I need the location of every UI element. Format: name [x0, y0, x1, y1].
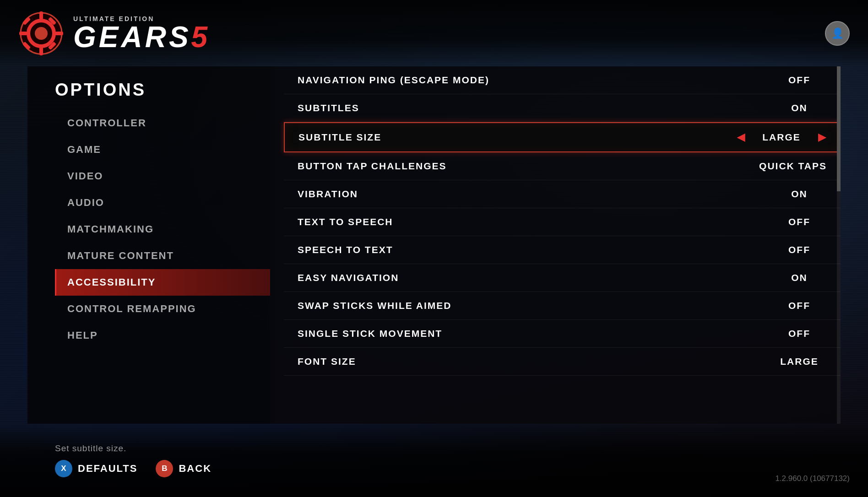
setting-name-easy-navigation: EASY NAVIGATION [298, 272, 399, 283]
setting-name-button-tap-challenges: BUTTON TAP CHALLENGES [298, 161, 447, 172]
setting-row-single-stick[interactable]: SINGLE STICK MOVEMENTOFF [284, 320, 841, 348]
btn-icon-back: B [156, 460, 173, 477]
setting-value-font-size: LARGE [772, 356, 827, 367]
setting-value-area-button-tap-challenges: QUICK TAPS [759, 161, 827, 172]
bottom-btn-defaults[interactable]: XDEFAULTS [55, 460, 137, 477]
setting-value-subtitles: ON [772, 103, 827, 113]
setting-name-vibration: VIBRATION [298, 189, 358, 200]
scrollbar-track[interactable] [837, 66, 841, 424]
right-settings-panel: NAVIGATION PING (ESCAPE MODE)OFFSUBTITLE… [270, 66, 841, 424]
right-arrow-icon[interactable]: ▶ [818, 131, 826, 143]
setting-name-font-size: FONT SIZE [298, 356, 356, 367]
main-panel: OPTIONS CONTROLLERGAMEVIDEOAUDIOMATCHMAK… [27, 66, 841, 424]
setting-value-area-font-size: LARGE [772, 356, 827, 367]
sidebar-item-control-remapping[interactable]: CONTROL REMAPPING [55, 296, 270, 322]
btn-icon-defaults: X [55, 460, 72, 477]
svg-rect-5 [19, 32, 27, 35]
setting-value-area-text-to-speech: OFF [772, 216, 827, 227]
svg-rect-4 [39, 47, 43, 55]
version-text: 1.2.960.0 (10677132) [775, 474, 850, 483]
left-nav-panel: OPTIONS CONTROLLERGAMEVIDEOAUDIOMATCHMAK… [27, 66, 270, 424]
setting-name-navigation-ping: NAVIGATION PING (ESCAPE MODE) [298, 75, 489, 86]
setting-row-speech-to-text[interactable]: SPEECH TO TEXTOFF [284, 236, 841, 264]
btn-label-defaults: DEFAULTS [78, 463, 137, 475]
setting-value-text-to-speech: OFF [772, 216, 827, 227]
sidebar-item-video[interactable]: VIDEO [55, 163, 270, 189]
btn-label-back: BACK [179, 463, 212, 475]
logo-area: ULTIMATE EDITION GEARS5 [18, 11, 210, 56]
hint-text: Set subtitle size. [55, 443, 212, 454]
game-logo-icon [18, 11, 64, 56]
bottom-content: Set subtitle size. XDEFAULTSBBACK [55, 443, 212, 477]
setting-value-swap-sticks: OFF [772, 300, 827, 311]
setting-name-subtitles: SUBTITLES [298, 103, 359, 113]
sidebar-item-audio[interactable]: AUDIO [55, 189, 270, 216]
sidebar-item-help[interactable]: HELP [55, 322, 270, 349]
setting-name-swap-sticks: SWAP STICKS WHILE AIMED [298, 300, 452, 311]
sidebar-item-matchmaking[interactable]: MATCHMAKING [55, 216, 270, 243]
setting-value-area-single-stick: OFF [772, 328, 827, 339]
bottom-btn-back[interactable]: BBACK [156, 460, 212, 477]
setting-value-single-stick: OFF [772, 328, 827, 339]
setting-row-subtitle-size[interactable]: SUBTITLE SIZE◀LARGE▶ [284, 122, 841, 152]
game-title: ULTIMATE EDITION GEARS5 [73, 15, 210, 52]
nav-list: CONTROLLERGAMEVIDEOAUDIOMATCHMAKINGMATUR… [55, 110, 270, 349]
setting-value-area-swap-sticks: OFF [772, 300, 827, 311]
settings-list: NAVIGATION PING (ESCAPE MODE)OFFSUBTITLE… [284, 66, 841, 376]
setting-value-area-easy-navigation: ON [772, 272, 827, 283]
setting-value-subtitle-size: LARGE [754, 132, 809, 143]
svg-rect-3 [39, 11, 43, 20]
setting-value-vibration: ON [772, 189, 827, 200]
setting-value-button-tap-challenges: QUICK TAPS [759, 161, 827, 172]
svg-rect-6 [55, 32, 63, 35]
bottom-buttons: XDEFAULTSBBACK [55, 460, 212, 477]
setting-row-text-to-speech[interactable]: TEXT TO SPEECHOFF [284, 208, 841, 236]
left-arrow-icon[interactable]: ◀ [737, 131, 745, 143]
setting-value-area-navigation-ping: OFF [772, 75, 827, 86]
setting-row-button-tap-challenges[interactable]: BUTTON TAP CHALLENGESQUICK TAPS [284, 152, 841, 180]
setting-name-subtitle-size: SUBTITLE SIZE [298, 132, 381, 143]
setting-name-speech-to-text: SPEECH TO TEXT [298, 244, 393, 255]
sidebar-item-accessibility[interactable]: ACCESSIBILITY [55, 269, 270, 296]
setting-row-navigation-ping[interactable]: NAVIGATION PING (ESCAPE MODE)OFF [284, 66, 841, 94]
setting-row-easy-navigation[interactable]: EASY NAVIGATIONON [284, 264, 841, 292]
scrollbar-thumb[interactable] [837, 66, 841, 191]
svg-point-2 [35, 27, 48, 40]
bottom-bar: Set subtitle size. XDEFAULTSBBACK [0, 424, 868, 497]
sidebar-item-mature-content[interactable]: MATURE CONTENT [55, 243, 270, 269]
setting-value-area-subtitles: ON [772, 103, 827, 113]
setting-value-area-vibration: ON [772, 189, 827, 200]
setting-value-speech-to-text: OFF [772, 244, 827, 255]
top-right-area: 👤 [825, 21, 850, 46]
setting-name-single-stick: SINGLE STICK MOVEMENT [298, 328, 442, 339]
options-title: OPTIONS [55, 80, 270, 100]
setting-value-navigation-ping: OFF [772, 75, 827, 86]
game-title-text: GEARS5 [73, 22, 210, 52]
setting-name-text-to-speech: TEXT TO SPEECH [298, 216, 393, 227]
sidebar-item-game[interactable]: GAME [55, 136, 270, 163]
setting-value-easy-navigation: ON [772, 272, 827, 283]
setting-row-font-size[interactable]: FONT SIZELARGE [284, 348, 841, 376]
sidebar-item-controller[interactable]: CONTROLLER [55, 110, 270, 136]
setting-row-vibration[interactable]: VIBRATIONON [284, 180, 841, 208]
setting-row-subtitles[interactable]: SUBTITLESON [284, 94, 841, 122]
profile-avatar: 👤 [825, 21, 850, 46]
setting-row-swap-sticks[interactable]: SWAP STICKS WHILE AIMEDOFF [284, 292, 841, 320]
setting-value-area-subtitle-size: ◀LARGE▶ [737, 131, 826, 143]
top-bar: ULTIMATE EDITION GEARS5 👤 [0, 0, 868, 66]
setting-value-area-speech-to-text: OFF [772, 244, 827, 255]
